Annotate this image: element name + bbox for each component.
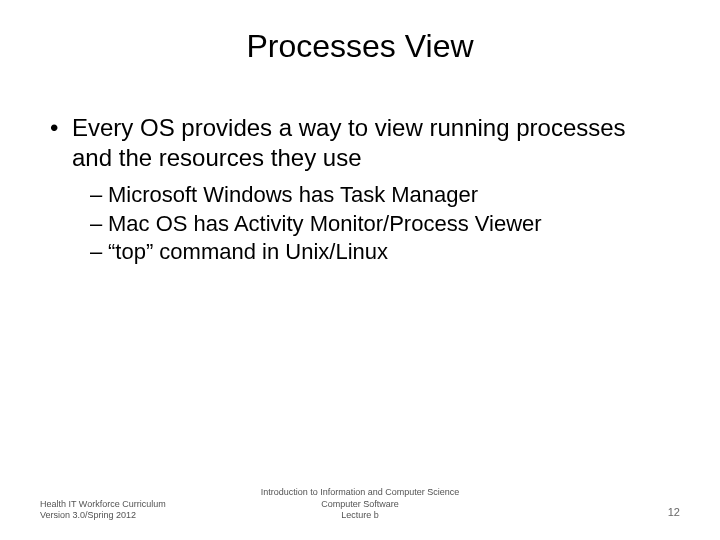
sub-bullet-item: “top” command in Unix/Linux <box>90 238 670 267</box>
sub-bullet-text: “top” command in Unix/Linux <box>108 239 388 264</box>
sub-bullet-item: Mac OS has Activity Monitor/Process View… <box>90 210 670 239</box>
slide-title: Processes View <box>0 28 720 65</box>
bullet-text: Every OS provides a way to view running … <box>72 114 626 171</box>
sub-bullet-item: Microsoft Windows has Task Manager <box>90 181 670 210</box>
sub-bullet-text: Microsoft Windows has Task Manager <box>108 182 478 207</box>
footer-center-line3: Lecture b <box>0 510 720 522</box>
page-number: 12 <box>668 506 680 518</box>
footer-center: Introduction to Information and Computer… <box>0 487 720 522</box>
footer-center-line1: Introduction to Information and Computer… <box>0 487 720 499</box>
slide-body: Every OS provides a way to view running … <box>0 113 720 267</box>
footer-center-line2: Computer Software <box>0 499 720 511</box>
sub-bullet-text: Mac OS has Activity Monitor/Process View… <box>108 211 542 236</box>
bullet-item: Every OS provides a way to view running … <box>50 113 670 267</box>
